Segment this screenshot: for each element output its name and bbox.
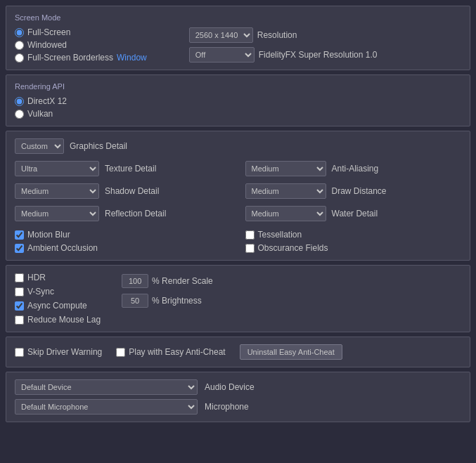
brightness-row: % Brightness: [122, 294, 213, 308]
microphone-row: Default Microphone None Microphone: [15, 399, 461, 415]
audio-device-select[interactable]: Default Device Speakers Headphones: [15, 379, 198, 395]
play-eac-label: Play with Easy Anti-Cheat: [129, 347, 225, 357]
reduce-mouse-lag-label: Reduce Mouse Lag: [27, 315, 101, 325]
tessellation-label: Tessellation: [258, 230, 302, 240]
vulkan-label: Vulkan: [27, 109, 53, 119]
microphone-select[interactable]: Default Microphone None: [15, 399, 198, 415]
texture-detail-select[interactable]: Ultra Low Medium High: [15, 161, 99, 176]
motion-blur-option[interactable]: Motion Blur: [15, 230, 231, 240]
borderless-radio[interactable]: [15, 53, 24, 63]
shadow-detail-select[interactable]: Medium Low High Ultra: [15, 183, 99, 199]
draw-distance-select[interactable]: Medium Low High Ultra: [245, 183, 326, 199]
play-eac-option[interactable]: Play with Easy Anti-Cheat: [116, 347, 225, 357]
texture-detail-label: Texture Detail: [105, 164, 156, 174]
async-compute-label: Async Compute: [27, 301, 87, 311]
water-detail-row: Medium Low High Ultra Water Detail: [245, 206, 462, 221]
obscurance-fields-option[interactable]: Obscurance Fields: [245, 243, 462, 253]
directx12-label: DirectX 12: [27, 96, 67, 106]
ambient-occlusion-checkbox[interactable]: [15, 244, 24, 253]
tessellation-option[interactable]: Tessellation: [245, 230, 462, 240]
fullscreen-option[interactable]: Full-Screen: [15, 27, 147, 37]
vsync-checkbox[interactable]: [15, 287, 24, 296]
brightness-input[interactable]: [122, 294, 148, 308]
directx12-option[interactable]: DirectX 12: [15, 96, 461, 106]
shadow-detail-label: Shadow Detail: [105, 186, 159, 196]
vsync-option[interactable]: V-Sync: [15, 287, 101, 296]
windowed-option[interactable]: Windowed: [15, 40, 147, 50]
render-scale-input[interactable]: [122, 274, 148, 288]
audio-device-row: Default Device Speakers Headphones Audio…: [15, 379, 461, 395]
microphone-label: Microphone: [205, 402, 249, 412]
vulkan-option[interactable]: Vulkan: [15, 109, 461, 119]
anti-aliasing-label: Anti-Aliasing: [332, 164, 379, 174]
hdr-checkbox[interactable]: [15, 273, 24, 282]
ambient-occlusion-option[interactable]: Ambient Occlusion: [15, 243, 231, 253]
directx12-radio[interactable]: [15, 97, 24, 106]
async-compute-checkbox[interactable]: [15, 301, 24, 311]
graphics-detail-select[interactable]: Custom Low Medium High Ultra: [15, 138, 64, 154]
water-detail-select[interactable]: Medium Low High Ultra: [245, 206, 326, 221]
water-detail-label: Water Detail: [332, 209, 378, 219]
draw-distance-row: Medium Low High Ultra Draw Distance: [245, 183, 462, 199]
fullscreen-radio[interactable]: [15, 28, 24, 37]
reduce-mouse-lag-option[interactable]: Reduce Mouse Lag: [15, 315, 101, 325]
anti-aliasing-row: Medium Off Low High Ultra Anti-Aliasing: [245, 161, 462, 176]
graphics-detail-label: Graphics Detail: [70, 141, 127, 151]
texture-detail-row: Ultra Low Medium High Texture Detail: [15, 161, 231, 176]
async-compute-option[interactable]: Async Compute: [15, 301, 101, 311]
ambient-occlusion-label: Ambient Occlusion: [27, 243, 98, 253]
play-eac-checkbox[interactable]: [116, 348, 125, 357]
windowed-label: Windowed: [27, 40, 67, 50]
resolution-select[interactable]: 2560 x 1440 1920 x 1080 3840 x 2160: [189, 27, 253, 43]
hdr-option[interactable]: HDR: [15, 273, 101, 282]
tessellation-checkbox[interactable]: [245, 230, 255, 240]
reflection-detail-label: Reflection Detail: [105, 209, 166, 219]
borderless-extra: Window: [117, 53, 147, 63]
anti-aliasing-select[interactable]: Medium Off Low High Ultra: [245, 161, 326, 176]
skip-driver-warning-checkbox[interactable]: [15, 348, 24, 357]
resolution-label: Resolution: [257, 30, 297, 40]
screen-mode-title: Screen Mode: [15, 13, 461, 22]
skip-driver-warning-option[interactable]: Skip Driver Warning: [15, 347, 102, 357]
draw-distance-label: Draw Distance: [332, 186, 387, 196]
shadow-detail-row: Medium Low High Ultra Shadow Detail: [15, 183, 231, 199]
borderless-label: Full-Screen Borderless: [27, 53, 113, 63]
fidelity-select[interactable]: Off Ultra Quality Quality Balanced Perfo…: [189, 47, 255, 63]
reflection-detail-select[interactable]: Medium Low High Ultra: [15, 206, 99, 221]
motion-blur-label: Motion Blur: [27, 230, 70, 240]
fidelity-label: FidelityFX Super Resolution 1.0: [259, 50, 378, 60]
hdr-label: HDR: [27, 273, 46, 282]
rendering-api-title: Rendering API: [15, 82, 461, 91]
reduce-mouse-lag-checkbox[interactable]: [15, 315, 24, 325]
skip-driver-warning-label: Skip Driver Warning: [27, 347, 102, 357]
windowed-radio[interactable]: [15, 41, 24, 50]
vsync-label: V-Sync: [27, 287, 54, 296]
obscurance-fields-checkbox[interactable]: [245, 244, 255, 253]
motion-blur-checkbox[interactable]: [15, 230, 24, 240]
vulkan-radio[interactable]: [15, 110, 24, 119]
render-scale-label: % Render Scale: [152, 276, 213, 286]
audio-device-label: Audio Device: [205, 382, 255, 392]
fullscreen-label: Full-Screen: [27, 27, 70, 37]
obscurance-fields-label: Obscurance Fields: [258, 243, 328, 253]
uninstall-eac-button[interactable]: Uninstall Easy Anti-Cheat: [240, 344, 342, 360]
fullscreen-borderless-option[interactable]: Full-Screen Borderless Window: [15, 53, 147, 63]
brightness-label: % Brightness: [152, 296, 202, 306]
render-scale-row: % Render Scale: [122, 274, 213, 288]
reflection-detail-row: Medium Low High Ultra Reflection Detail: [15, 206, 231, 221]
